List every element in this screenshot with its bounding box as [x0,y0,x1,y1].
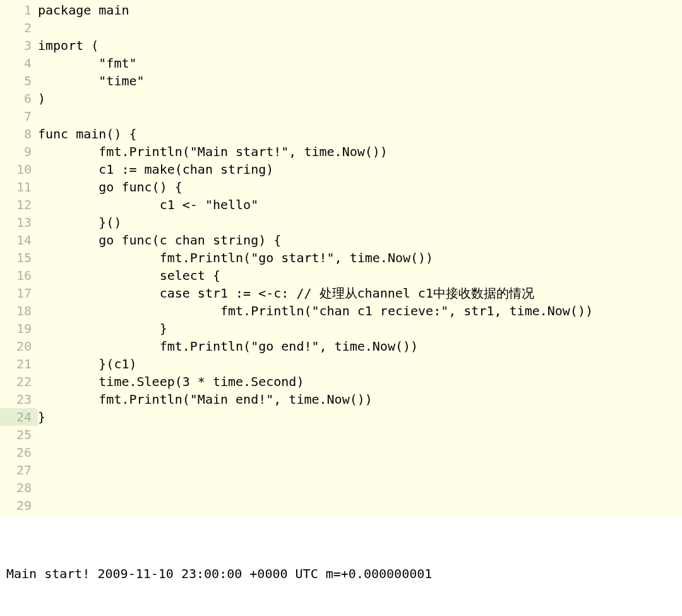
line-number: 21 [0,355,38,373]
code-line: 26 [0,444,682,461]
code-line: 4 "fmt" [0,54,682,72]
code-line: 23 fmt.Println("Main end!", time.Now()) [0,390,682,408]
code-line: 13 }() [0,214,682,231]
code-text: }() [38,214,121,231]
code-line: 11 go func() { [0,178,682,196]
code-line: 9 fmt.Println("Main start!", time.Now()) [0,143,682,160]
code-text: case str1 := <-c: // 处理从channel c1中接收数据的… [38,284,534,302]
code-text: import ( [38,37,99,54]
code-line: 29 [0,497,682,514]
code-line: 5 "time" [0,72,682,90]
line-number: 3 [0,37,38,54]
code-text: fmt.Println("chan c1 recieve:", str1, ti… [38,302,593,320]
code-text: } [38,320,167,337]
code-text: } [38,408,45,426]
code-text: fmt.Println("go end!", time.Now()) [38,337,418,355]
line-number: 27 [0,461,38,479]
line-number: 18 [0,302,38,320]
line-number: 4 [0,54,38,72]
line-number: 1 [0,1,38,19]
code-line: 20 fmt.Println("go end!", time.Now()) [0,337,682,355]
line-number: 22 [0,373,38,390]
code-text: go func() { [38,178,182,196]
line-number: 25 [0,426,38,444]
code-line: 3import ( [0,37,682,54]
code-line: 10 c1 := make(chan string) [0,160,682,178]
code-line: 17 case str1 := <-c: // 处理从channel c1中接收… [0,284,682,302]
line-number: 14 [0,231,38,249]
code-line: 2 [0,19,682,37]
code-line: 14 go func(c chan string) { [0,231,682,249]
code-line: 7 [0,107,682,125]
code-line: 6) [0,90,682,107]
code-line: 24} [0,408,682,426]
line-number: 5 [0,72,38,90]
code-line: 25 [0,426,682,444]
code-text: }(c1) [38,355,137,373]
code-text: c1 := make(chan string) [38,160,273,178]
line-number: 10 [0,160,38,178]
program-output: Main start! 2009-11-10 23:00:00 +0000 UT… [0,517,682,616]
line-number: 2 [0,19,38,37]
line-number: 24 [0,408,38,426]
line-number: 28 [0,479,38,497]
code-line: 16 select { [0,267,682,284]
code-text: time.Sleep(3 * time.Second) [38,373,304,390]
code-text: package main [38,1,129,19]
line-number: 8 [0,125,38,143]
code-editor: 1package main 2 3import ( 4 "fmt" 5 "tim… [0,0,682,517]
code-text: fmt.Println("Main end!", time.Now()) [38,390,373,408]
code-text: fmt.Println("go start!", time.Now()) [38,249,433,267]
line-number: 23 [0,390,38,408]
line-number: 19 [0,320,38,337]
code-line: 21 }(c1) [0,355,682,373]
line-number: 12 [0,196,38,214]
code-text: ) [38,90,45,107]
code-text: go func(c chan string) { [38,231,281,249]
code-line: 12 c1 <- "hello" [0,196,682,214]
code-line: 15 fmt.Println("go start!", time.Now()) [0,249,682,267]
code-text: func main() { [38,125,137,143]
line-number: 15 [0,249,38,267]
line-number: 6 [0,90,38,107]
code-line: 19 } [0,320,682,337]
code-text: "time" [38,72,145,90]
code-line: 27 [0,461,682,479]
line-number: 13 [0,214,38,231]
code-line: 28 [0,479,682,497]
code-text: select { [38,267,220,284]
code-line: 18 fmt.Println("chan c1 recieve:", str1,… [0,302,682,320]
line-number: 20 [0,337,38,355]
output-line: Main start! 2009-11-10 23:00:00 +0000 UT… [6,565,676,583]
line-number: 26 [0,444,38,461]
code-line: 8func main() { [0,125,682,143]
line-number: 9 [0,143,38,160]
line-number: 7 [0,107,38,125]
line-number: 29 [0,497,38,514]
code-text: "fmt" [38,54,137,72]
code-line: 22 time.Sleep(3 * time.Second) [0,373,682,390]
line-number: 17 [0,284,38,302]
code-text: c1 <- "hello" [38,196,258,214]
line-number: 16 [0,267,38,284]
line-number: 11 [0,178,38,196]
code-line: 1package main [0,1,682,19]
code-text: fmt.Println("Main start!", time.Now()) [38,143,388,160]
